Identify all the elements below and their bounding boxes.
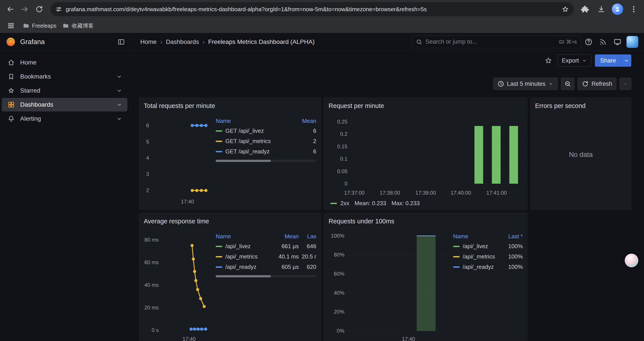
sidebar-item-home[interactable]: Home bbox=[2, 56, 127, 69]
breadcrumb-item[interactable]: Freeleaps Metrics Dashboard (ALPHA) bbox=[208, 38, 315, 46]
column-header[interactable]: Mean bbox=[292, 118, 316, 124]
svg-text:80 ms: 80 ms bbox=[144, 237, 159, 243]
profile-button[interactable] bbox=[610, 2, 625, 17]
panel-title[interactable]: Average response time bbox=[144, 216, 316, 226]
panel-errors-per-second: Errors per second No data bbox=[530, 97, 631, 210]
url-bar[interactable]: grafana.mathmast.com/d/deytv4rwavabkb/fr… bbox=[50, 2, 574, 16]
time-range-picker[interactable]: Last 5 minutes bbox=[493, 78, 558, 90]
legend-scrollbar[interactable] bbox=[216, 275, 316, 277]
sidebar-item-starred[interactable]: Starred bbox=[2, 84, 127, 97]
series-name[interactable]: /api/_readyz bbox=[225, 263, 256, 270]
svg-text:17:39:00: 17:39:00 bbox=[416, 190, 436, 196]
chart-requests-under-100ms[interactable]: 100%80%60%40%20%0%17:40 bbox=[328, 226, 451, 341]
chart-total-requests[interactable]: 6543217:40 bbox=[144, 111, 214, 205]
downloads-button[interactable] bbox=[594, 2, 608, 17]
svg-text:20%: 20% bbox=[334, 309, 344, 315]
help-button[interactable] bbox=[581, 35, 596, 49]
sidebar-item-alerting[interactable]: Alerting bbox=[2, 112, 127, 126]
column-header-name[interactable]: Name bbox=[216, 233, 266, 240]
panel-title[interactable]: Request per minute bbox=[328, 101, 523, 111]
help-icon bbox=[584, 38, 593, 46]
browser-reload-button[interactable] bbox=[32, 2, 46, 17]
bookmark-item[interactable]: 收藏博客 bbox=[60, 21, 97, 31]
series-name[interactable]: /api/_metrics bbox=[225, 253, 258, 260]
panel-title[interactable]: Requests under 100ms bbox=[328, 216, 523, 226]
bookmark-star-icon[interactable] bbox=[562, 6, 569, 13]
panel-title[interactable]: Errors per second bbox=[535, 101, 627, 111]
sidebar-item-bookmarks[interactable]: Bookmarks bbox=[2, 70, 127, 83]
export-button[interactable]: Export bbox=[558, 55, 592, 67]
column-header-name[interactable]: Name bbox=[216, 118, 292, 124]
folder-icon bbox=[23, 22, 29, 29]
share-label[interactable]: Share bbox=[595, 55, 621, 67]
legend-row[interactable]: GET /api/_metrics2 bbox=[216, 136, 316, 146]
column-header[interactable]: Las bbox=[299, 233, 316, 240]
share-button[interactable]: Share bbox=[595, 55, 631, 67]
series-swatch bbox=[453, 246, 460, 247]
legend-row[interactable]: /api/_metrics100% bbox=[453, 251, 523, 262]
svg-text:0: 0 bbox=[344, 181, 348, 187]
news-button[interactable] bbox=[596, 35, 610, 49]
column-header[interactable]: Last * bbox=[496, 233, 523, 240]
legend-line[interactable]: 2xx Mean: 0.233 Max: 0.233 bbox=[328, 200, 523, 207]
browser-back-button[interactable] bbox=[3, 2, 18, 17]
user-avatar[interactable] bbox=[626, 36, 638, 48]
breadcrumb-item[interactable]: Home bbox=[140, 38, 157, 46]
series-name[interactable]: /api/_metrics bbox=[463, 253, 495, 260]
site-settings-icon[interactable] bbox=[55, 6, 62, 13]
bookmark-item[interactable]: Freeleaps bbox=[20, 21, 60, 30]
sidebar-toggle-button[interactable] bbox=[118, 38, 125, 46]
refresh-button[interactable]: Refresh bbox=[578, 78, 616, 90]
series-value: 646 bbox=[299, 243, 316, 250]
browser-forward-button[interactable] bbox=[18, 2, 32, 17]
url-text[interactable]: grafana.mathmast.com/d/deytv4rwavabkb/fr… bbox=[66, 6, 562, 13]
svg-text:0.2: 0.2 bbox=[340, 131, 348, 137]
chart-average-response-time[interactable]: 80 ms60 ms40 ms20 ms0 s17:40 bbox=[144, 226, 214, 341]
series-name[interactable]: 2xx bbox=[340, 200, 349, 207]
series-name[interactable]: GET /api/_livez bbox=[225, 128, 264, 134]
svg-text:2: 2 bbox=[146, 187, 149, 193]
kiosk-mode-button[interactable] bbox=[610, 35, 625, 49]
scrollbar-thumb[interactable] bbox=[216, 160, 271, 162]
legend-scrollbar[interactable] bbox=[216, 160, 316, 162]
legend-row[interactable]: /api/_metrics40.1 ms20.5 r bbox=[216, 251, 316, 262]
favorite-dashboard-button[interactable] bbox=[543, 55, 554, 66]
legend-row[interactable]: /api/_livez100% bbox=[453, 241, 523, 251]
svg-text:80%: 80% bbox=[334, 252, 344, 258]
apps-grid-button[interactable] bbox=[5, 20, 17, 31]
series-swatch bbox=[330, 203, 337, 204]
search-box[interactable]: ⌘+k bbox=[412, 36, 581, 48]
search-input[interactable] bbox=[426, 38, 556, 45]
chart-request-per-minute[interactable]: 0.250.20.150.10.05017:37:0017:38:0017:39… bbox=[328, 111, 523, 196]
legend-row[interactable]: GET /api/_readyz6 bbox=[216, 146, 316, 157]
breadcrumb-item[interactable]: Dashboards bbox=[166, 38, 199, 46]
legend-row[interactable]: /api/_livez661 µs646 bbox=[216, 241, 316, 251]
browser-menu-button[interactable] bbox=[626, 2, 641, 17]
series-name[interactable]: /api/_livez bbox=[463, 243, 488, 250]
keyboard-icon bbox=[559, 39, 564, 45]
share-menu-button[interactable] bbox=[621, 55, 631, 67]
assistant-avatar-button[interactable] bbox=[625, 254, 638, 267]
bell-icon bbox=[8, 115, 15, 122]
scrollbar-thumb[interactable] bbox=[216, 275, 271, 277]
refresh-interval-button[interactable] bbox=[620, 78, 631, 90]
panel-title[interactable]: Total requests per minute bbox=[144, 101, 316, 111]
series-name[interactable]: GET /api/_readyz bbox=[225, 148, 270, 155]
column-header[interactable]: Mean bbox=[266, 233, 299, 240]
zoom-out-time-button[interactable] bbox=[561, 78, 574, 90]
legend-table: NameLast */api/_livez100%/api/_metrics10… bbox=[453, 226, 523, 341]
brand-title: Grafana bbox=[20, 38, 45, 46]
grafana-logo-icon[interactable] bbox=[6, 37, 16, 47]
series-name[interactable]: /api/_readyz bbox=[463, 263, 494, 270]
legend-row[interactable]: GET /api/_livez6 bbox=[216, 126, 316, 136]
series-name[interactable]: GET /api/_metrics bbox=[225, 138, 271, 145]
legend-row[interactable]: /api/_readyz100% bbox=[453, 262, 523, 272]
svg-text:17:37:00: 17:37:00 bbox=[344, 190, 364, 196]
sidebar-item-dashboards[interactable]: Dashboards bbox=[2, 98, 127, 112]
legend-row[interactable]: /api/_readyz605 µs620 bbox=[216, 262, 316, 272]
grafana-app: Grafana Home›Dashboards›Freeleaps Metric… bbox=[0, 33, 644, 341]
series-name[interactable]: /api/_livez bbox=[225, 243, 251, 250]
extensions-button[interactable] bbox=[578, 2, 592, 17]
breadcrumb-separator: › bbox=[202, 38, 205, 46]
column-header-name[interactable]: Name bbox=[453, 233, 496, 240]
